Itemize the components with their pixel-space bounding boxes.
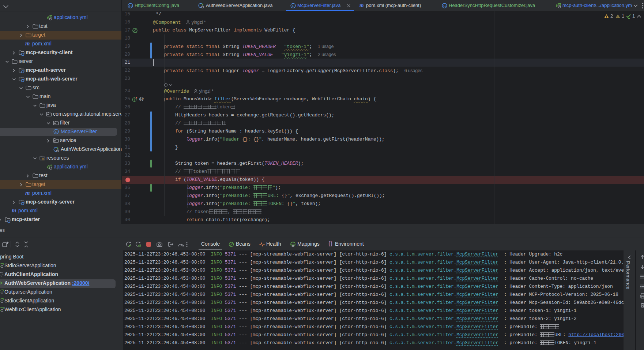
svg-text:C: C — [292, 4, 294, 8]
svg-text:C: C — [129, 4, 132, 8]
svg-text:C: C — [443, 4, 446, 8]
svg-text:I: I — [134, 98, 135, 101]
svg-text:C: C — [55, 130, 57, 134]
